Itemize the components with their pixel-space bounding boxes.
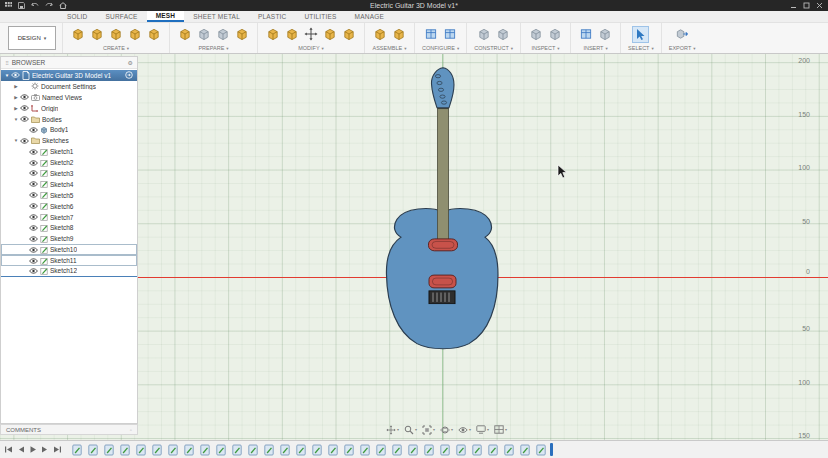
timeline-sketch-feature-24[interactable] [440,444,450,456]
group-label-prepare[interactable]: PREPARE▾ [198,44,228,53]
tree-row-sketch4[interactable]: Sketch4 [1,179,137,190]
look-at-icon[interactable]: ▾ [458,426,471,434]
timeline-sketch-feature-29[interactable] [520,444,530,456]
timeline-sketch-feature-10[interactable] [216,444,226,456]
expand-comments-icon[interactable]: ◦ [130,427,132,433]
tree-row-sketch2[interactable]: Sketch2 [1,157,137,168]
tab-plastic[interactable]: PLASTIC [249,11,296,22]
gold-tool-icon[interactable] [89,26,105,42]
tree-row-body1[interactable]: Body1 [1,124,137,135]
gold-tool-icon[interactable] [265,26,281,42]
timeline-sketch-feature-1[interactable] [72,444,82,456]
visibility-eye-icon[interactable] [29,214,38,220]
expander-down-icon[interactable]: ▼ [3,73,11,78]
timeline-sketch-feature-19[interactable] [360,444,370,456]
group-label-insert[interactable]: INSERT▾ [583,44,607,53]
grey-tool-icon[interactable] [547,26,563,42]
blue-tool-icon[interactable] [423,26,439,42]
visibility-eye-icon[interactable] [20,138,29,144]
timeline-sketch-feature-26[interactable] [472,444,482,456]
tree-row-origin[interactable]: ▶Origin [1,103,137,114]
expander-right-icon[interactable]: ▶ [12,106,20,111]
grey-tool-icon[interactable] [215,26,231,42]
visibility-eye-icon[interactable] [29,149,38,155]
step-back-icon[interactable] [17,445,25,454]
grey-tool-icon[interactable] [597,26,613,42]
visibility-eye-icon[interactable] [29,268,38,274]
tree-row-document-settings[interactable]: ▶Document Settings [1,81,137,92]
minimize-icon[interactable] [790,2,797,9]
visibility-eye-icon[interactable] [29,247,38,253]
tree-row-sketch6[interactable]: Sketch6 [1,201,137,212]
tab-mesh[interactable]: MESH [147,11,185,22]
visibility-eye-icon[interactable] [29,258,38,264]
timeline-sketch-feature-3[interactable] [104,444,114,456]
group-label-construct[interactable]: CONSTRUCT▾ [474,44,513,53]
neck-pickup[interactable] [429,239,458,251]
timeline-sketch-feature-30[interactable] [536,444,546,456]
orbit-icon[interactable]: ▾ [440,425,453,435]
timeline-sketch-feature-27[interactable] [488,444,498,456]
tree-row-sketch8[interactable]: Sketch8 [1,222,137,233]
maximize-icon[interactable] [803,2,810,9]
visibility-eye-icon[interactable] [29,181,38,187]
grey-tool-icon[interactable] [476,26,492,42]
visibility-eye-icon[interactable] [20,116,29,122]
timeline-sketch-feature-4[interactable] [120,444,130,456]
tree-row-sketch7[interactable]: Sketch7 [1,212,137,223]
timeline-sketch-feature-9[interactable] [200,444,210,456]
visibility-eye-icon[interactable] [29,127,38,133]
export-tool-icon[interactable] [674,26,690,42]
group-label-export[interactable]: EXPORT▾ [669,44,696,53]
gold-tool-icon[interactable] [284,26,300,42]
close-icon[interactable] [816,2,823,9]
expander-down-icon[interactable]: ▼ [12,138,20,143]
timeline-sketch-feature-14[interactable] [280,444,290,456]
timeline-sketch-feature-7[interactable] [168,444,178,456]
tab-manage[interactable]: MANAGE [346,11,393,22]
timeline-sketch-feature-2[interactable] [88,444,98,456]
gold-tool-icon[interactable] [234,26,250,42]
guitar-neck[interactable] [438,105,449,240]
tree-row-sketch3[interactable]: Sketch3 [1,168,137,179]
expander-right-icon[interactable]: ▶ [12,84,20,89]
group-label-modify[interactable]: MODIFY▾ [298,44,324,53]
visibility-eye-icon[interactable] [20,105,29,111]
timeline-sketch-feature-22[interactable] [408,444,418,456]
gold-tool-icon[interactable] [108,26,124,42]
gold-tool-icon[interactable] [341,26,357,42]
detach-browser-icon[interactable] [125,71,133,79]
group-label-inspect[interactable]: INSPECT▾ [532,44,560,53]
timeline-sketch-feature-20[interactable] [376,444,386,456]
gold-tool-icon[interactable] [177,26,193,42]
tree-row-sketch5[interactable]: Sketch5 [1,190,137,201]
timeline-position-marker[interactable] [550,443,553,456]
tree-row-electric-guitar-3d-model-v1[interactable]: ▼Electric Guitar 3D Model v1 [1,70,137,81]
timeline-sketch-feature-12[interactable] [248,444,258,456]
group-label-create[interactable]: CREATE▾ [103,44,129,53]
gold-tool-icon[interactable] [322,26,338,42]
visibility-eye-icon[interactable] [29,236,38,242]
skip-end-icon[interactable] [53,445,62,454]
tab-sheet-metal[interactable]: SHEET METAL [184,11,249,22]
tab-surface[interactable]: SURFACE [97,11,147,22]
timeline-sketch-feature-25[interactable] [456,444,466,456]
home-icon[interactable] [59,2,67,9]
gold-tool-icon[interactable] [70,26,86,42]
cursor-tool-icon[interactable] [632,26,649,43]
timeline-sketch-feature-6[interactable] [152,444,162,456]
gold-tool-icon[interactable] [391,26,407,42]
fit-icon[interactable]: ▾ [422,425,435,435]
visibility-eye-icon[interactable] [29,225,38,231]
expander-right-icon[interactable]: ▶ [12,95,20,100]
tree-row-sketch11[interactable]: Sketch11 [1,255,137,266]
group-label-configure[interactable]: CONFIGURE▾ [422,44,459,53]
app-menu-icon[interactable] [5,2,12,9]
tree-row-sketch9[interactable]: Sketch9 [1,233,137,244]
tree-row-bodies[interactable]: ▼Bodies [1,114,137,125]
group-label-select[interactable]: SELECT▾ [628,44,654,53]
grey-tool-icon[interactable] [196,26,212,42]
timeline-sketch-feature-16[interactable] [312,444,322,456]
save-icon[interactable] [18,2,25,9]
visibility-eye-icon[interactable] [29,170,38,176]
